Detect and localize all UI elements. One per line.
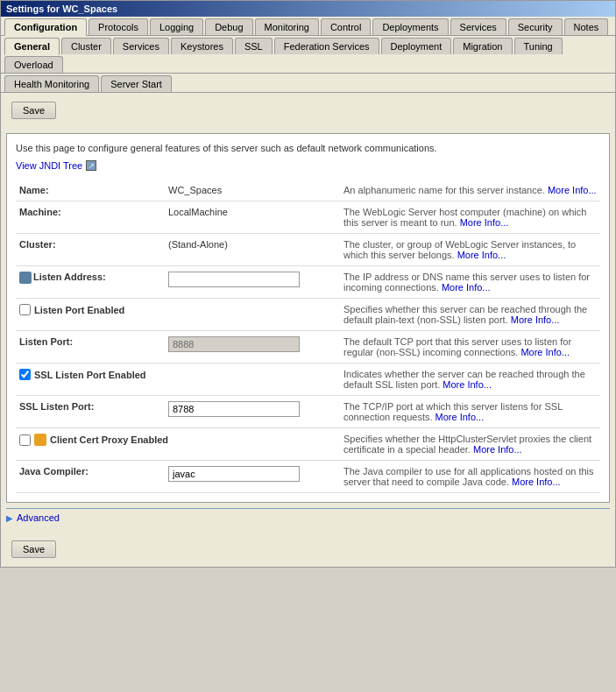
save-button-top[interactable]: Save xyxy=(11,102,56,119)
field-input-3[interactable] xyxy=(168,272,300,287)
more-info-link[interactable]: More Info... xyxy=(442,282,491,293)
table-row: SSL Listen Port EnabledIndicates whether… xyxy=(16,364,600,396)
more-info-link[interactable]: More Info... xyxy=(473,444,522,455)
chevron-right-icon: ▶ xyxy=(6,513,13,523)
table-row: Java Compiler:The Java compiler to use f… xyxy=(16,461,600,493)
field-label-text: Java Compiler: xyxy=(19,466,89,477)
checkbox-label[interactable]: SSL Listen Port Enabled xyxy=(19,369,336,380)
more-info-link[interactable]: More Info... xyxy=(512,477,561,487)
main-tab-bar: ConfigurationProtocolsLoggingDebugMonito… xyxy=(1,17,615,36)
table-row: Cluster:(Stand-Alone)The cluster, or gro… xyxy=(16,234,600,266)
content-area: Use this page to configure general featu… xyxy=(6,133,610,503)
main-tab-security[interactable]: Security xyxy=(508,18,563,35)
more-info-link[interactable]: More Info... xyxy=(443,379,492,390)
title-bar: Settings for WC_Spaces xyxy=(1,1,615,17)
jndi-row: View JNDI Tree ↗ xyxy=(16,160,600,171)
sub-tab2-server-start[interactable]: Server Start xyxy=(101,75,172,92)
table-row: Machine:LocalMachineThe WebLogic Server … xyxy=(16,201,600,234)
proxy-icon xyxy=(34,434,46,446)
checkbox-4[interactable] xyxy=(19,304,31,315)
advanced-toggle[interactable]: ▶ Advanced xyxy=(6,512,610,523)
table-row: SSL Listen Port:The TCP/IP port at which… xyxy=(16,396,600,428)
more-info-link[interactable]: More Info... xyxy=(520,347,570,357)
jndi-link[interactable]: View JNDI Tree xyxy=(16,160,82,171)
sub-tab-tuning[interactable]: Tuning xyxy=(514,38,563,54)
sub-tab-services[interactable]: Services xyxy=(113,38,169,54)
field-input-5 xyxy=(168,336,300,352)
sub-tab2-health-monitoring[interactable]: Health Monitoring xyxy=(4,75,99,92)
checkbox-icon-8[interactable] xyxy=(19,434,31,446)
more-info-link[interactable]: More Info... xyxy=(511,314,560,325)
page-description: Use this page to configure general featu… xyxy=(16,143,600,153)
advanced-label: Advanced xyxy=(17,512,60,523)
sub-tab-migration[interactable]: Migration xyxy=(453,38,512,54)
main-tab-logging[interactable]: Logging xyxy=(150,18,203,35)
field-input-7[interactable] xyxy=(168,401,300,417)
sub-tab-bar: GeneralClusterServicesKeystoresSSLFedera… xyxy=(1,36,615,74)
more-info-link[interactable]: More Info... xyxy=(460,217,509,228)
save-button-bottom[interactable]: Save xyxy=(11,540,56,558)
table-row: Client Cert Proxy EnabledSpecifies wheth… xyxy=(16,428,600,461)
network-icon xyxy=(19,272,32,284)
more-info-link[interactable]: More Info... xyxy=(548,185,597,195)
more-info-link[interactable]: More Info... xyxy=(457,250,506,260)
sub-tab-bar-2: Health MonitoringServer Start xyxy=(1,74,615,93)
main-tab-deployments[interactable]: Deployments xyxy=(372,18,448,35)
main-tab-configuration[interactable]: Configuration xyxy=(4,18,87,36)
main-tab-protocols[interactable]: Protocols xyxy=(89,18,148,35)
table-row: Name:WC_SpacesAn alphanumeric name for t… xyxy=(16,180,600,201)
main-tab-services[interactable]: Services xyxy=(450,18,506,35)
main-window: Settings for WC_Spaces ConfigurationProt… xyxy=(0,0,616,568)
table-row: Listen Port EnabledSpecifies whether thi… xyxy=(16,299,600,331)
main-tab-monitoring[interactable]: Monitoring xyxy=(255,18,319,35)
sub-tab-keystores[interactable]: Keystores xyxy=(171,38,233,54)
table-row: Listen Port:The default TCP port that th… xyxy=(16,331,600,364)
sub-tab-deployment[interactable]: Deployment xyxy=(381,38,452,54)
external-link-icon: ↗ xyxy=(86,160,96,171)
sub-tab-ssl[interactable]: SSL xyxy=(235,38,273,54)
settings-table: Name:WC_SpacesAn alphanumeric name for t… xyxy=(16,180,600,493)
field-label-text: Listen Address: xyxy=(33,272,106,282)
sub-tab-overload[interactable]: Overload xyxy=(4,56,63,73)
field-label-text: SSL Listen Port: xyxy=(19,401,94,412)
table-row: Listen Address:The IP address or DNS nam… xyxy=(16,266,600,299)
sub-tab-general[interactable]: General xyxy=(4,38,60,55)
checkbox-6[interactable] xyxy=(19,369,31,380)
more-info-link[interactable]: More Info... xyxy=(435,412,485,422)
checkbox-label[interactable]: Listen Port Enabled xyxy=(19,304,336,315)
main-tab-notes[interactable]: Notes xyxy=(564,18,609,35)
field-input-9[interactable] xyxy=(168,466,300,482)
main-tab-control[interactable]: Control xyxy=(321,18,371,35)
window-title: Settings for WC_Spaces xyxy=(6,4,117,14)
checkbox-icon-label[interactable]: Client Cert Proxy Enabled xyxy=(19,434,336,446)
advanced-section: ▶ Advanced xyxy=(6,508,610,526)
field-label-text: Listen Port: xyxy=(19,336,73,347)
main-tab-debug[interactable]: Debug xyxy=(205,18,252,35)
sub-tab-federation-services[interactable]: Federation Services xyxy=(274,38,379,54)
sub-tab-cluster[interactable]: Cluster xyxy=(61,38,111,54)
